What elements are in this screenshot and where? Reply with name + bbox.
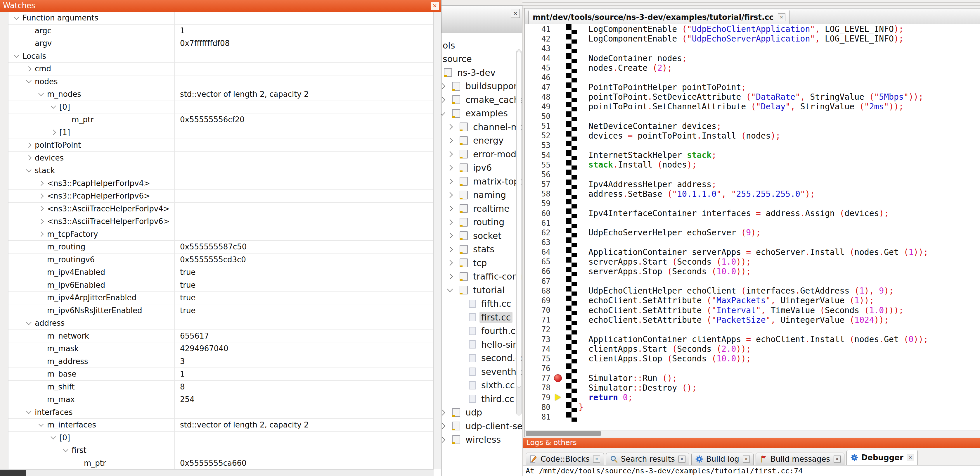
gutter-marker-zone[interactable]: [552, 43, 566, 53]
watch-row[interactable]: m_ipv4Enabledtrue: [0, 266, 434, 279]
watch-row[interactable]: m_address3: [0, 355, 434, 368]
gutter-marker-zone[interactable]: [552, 344, 566, 354]
watch-row[interactable]: <ns3::AsciiTraceHelperForIpv4>: [0, 203, 434, 216]
gutter-marker-zone[interactable]: [552, 92, 566, 102]
breakpoint-margin[interactable]: [566, 393, 577, 403]
line-number[interactable]: 66: [525, 267, 552, 276]
tree-item-stats[interactable]: stats: [448, 243, 496, 256]
chevron-down-icon[interactable]: [26, 409, 31, 414]
chevron-right-icon[interactable]: [38, 219, 43, 224]
gutter-marker-zone[interactable]: [552, 141, 566, 150]
line-number[interactable]: 54: [525, 151, 552, 160]
watch-row[interactable]: m_network655617: [0, 330, 434, 343]
gutter-marker-zone[interactable]: [552, 208, 566, 218]
chevron-right-icon[interactable]: [447, 178, 453, 184]
close-icon[interactable]: ✕: [778, 13, 785, 21]
chevron-right-icon[interactable]: [447, 274, 453, 280]
gutter-marker-zone[interactable]: [552, 112, 566, 121]
line-number[interactable]: 43: [525, 44, 552, 53]
gutter-marker-zone[interactable]: [552, 276, 566, 286]
close-icon[interactable]: ✕: [834, 455, 841, 463]
breakpoint-margin[interactable]: [566, 325, 577, 334]
gutter-marker-zone[interactable]: [552, 228, 566, 237]
tree-item-socket[interactable]: socket: [448, 229, 503, 242]
tree-item-tutorial[interactable]: tutorial: [448, 284, 506, 297]
breakpoint-margin[interactable]: [566, 315, 577, 325]
breakpoint-margin[interactable]: [566, 169, 577, 179]
watch-row[interactable]: m_nodesstd::vector of length 2, capacity…: [0, 88, 434, 101]
tree-item-first-cc[interactable]: first.cc: [469, 311, 512, 324]
tree-item-source[interactable]: source: [441, 53, 474, 65]
gutter-marker-zone[interactable]: [552, 248, 566, 257]
chevron-down-icon[interactable]: [26, 319, 31, 325]
tree-item-routing[interactable]: routing: [448, 216, 506, 228]
tree-item-seventh-cc[interactable]: seventh.cc: [469, 365, 522, 378]
line-number[interactable]: 61: [525, 219, 552, 227]
tree-item-udp-client-ser[interactable]: udp-client-ser: [440, 420, 522, 433]
line-number[interactable]: 65: [525, 257, 552, 266]
line-number[interactable]: 57: [525, 180, 552, 188]
gutter-marker-zone[interactable]: [552, 383, 566, 393]
line-number[interactable]: 77: [525, 374, 552, 382]
watch-row[interactable]: m_ptr0x5555555ca660: [0, 457, 434, 470]
tree-item-ipv6[interactable]: ipv6: [448, 161, 493, 174]
tree-item-ols[interactable]: ols: [441, 39, 457, 52]
watch-row[interactable]: [1]: [0, 126, 434, 139]
gutter-marker-zone[interactable]: [552, 334, 566, 344]
breakpoint-margin[interactable]: [566, 296, 577, 305]
gutter-marker-zone[interactable]: [552, 179, 566, 189]
line-number[interactable]: 69: [525, 296, 552, 305]
chevron-right-icon[interactable]: [447, 138, 453, 144]
tree-item-hello-simul[interactable]: hello-simul: [469, 338, 522, 351]
watch-row[interactable]: m_max254: [0, 393, 434, 406]
line-number[interactable]: 63: [525, 238, 552, 247]
breakpoint-margin[interactable]: [566, 276, 577, 286]
tree-item-fourth-cc[interactable]: fourth.cc: [469, 324, 522, 337]
breakpoint-margin[interactable]: [566, 373, 577, 383]
breakpoint-margin[interactable]: [566, 237, 577, 247]
close-icon[interactable]: ✕: [593, 455, 600, 463]
gutter-marker-zone[interactable]: [552, 373, 566, 383]
line-number[interactable]: 72: [525, 325, 552, 334]
close-icon[interactable]: ✕: [907, 454, 914, 461]
breakpoint-margin[interactable]: [566, 53, 577, 63]
gutter-marker-zone[interactable]: [552, 24, 566, 34]
gutter-marker-zone[interactable]: [552, 199, 566, 208]
logs-tab-build-log[interactable]: Build log✕: [691, 453, 754, 465]
gutter-marker-zone[interactable]: [552, 150, 566, 160]
breakpoint-margin[interactable]: [566, 218, 577, 228]
tree-item-second-cc[interactable]: second.cc: [469, 352, 522, 364]
logs-tab-code-blocks[interactable]: Code::Blocks✕: [526, 453, 604, 465]
chevron-down-icon[interactable]: [26, 78, 31, 83]
breakpoint-margin[interactable]: [566, 83, 577, 92]
chevron-down-icon[interactable]: [447, 286, 453, 292]
tree-item-buildsupport[interactable]: buildsupport: [440, 80, 522, 93]
watch-row[interactable]: m_ipv6Enabledtrue: [0, 279, 434, 292]
gutter-marker-zone[interactable]: [552, 393, 566, 403]
breakpoint-margin[interactable]: [566, 102, 577, 112]
chevron-down-icon[interactable]: [14, 53, 19, 58]
watch-row[interactable]: [0]: [0, 101, 434, 114]
scrollbar-thumb[interactable]: [526, 431, 601, 436]
line-number[interactable]: 46: [525, 73, 552, 82]
gutter-marker-zone[interactable]: [552, 305, 566, 315]
chevron-right-icon[interactable]: [26, 66, 31, 71]
breakpoint-margin[interactable]: [566, 267, 577, 276]
line-number[interactable]: 55: [525, 161, 552, 169]
watch-row[interactable]: first: [0, 444, 434, 457]
chevron-right-icon[interactable]: [447, 192, 453, 198]
chevron-right-icon[interactable]: [447, 206, 453, 211]
watch-row[interactable]: Function arguments: [0, 12, 434, 24]
watch-row[interactable]: m_base1: [0, 368, 434, 381]
gutter-marker-zone[interactable]: [552, 102, 566, 112]
watch-row[interactable]: m_routing0x555555587c50: [0, 241, 434, 254]
line-number[interactable]: 58: [525, 190, 552, 198]
breakpoint-margin[interactable]: [566, 92, 577, 102]
gutter-marker-zone[interactable]: [552, 296, 566, 305]
tree-item-naming[interactable]: naming: [448, 188, 508, 201]
chevron-right-icon[interactable]: [447, 246, 453, 252]
chevron-right-icon[interactable]: [51, 130, 56, 135]
chevron-right-icon[interactable]: [38, 181, 43, 186]
breakpoint-margin[interactable]: [566, 208, 577, 218]
chevron-right-icon[interactable]: [447, 233, 453, 239]
